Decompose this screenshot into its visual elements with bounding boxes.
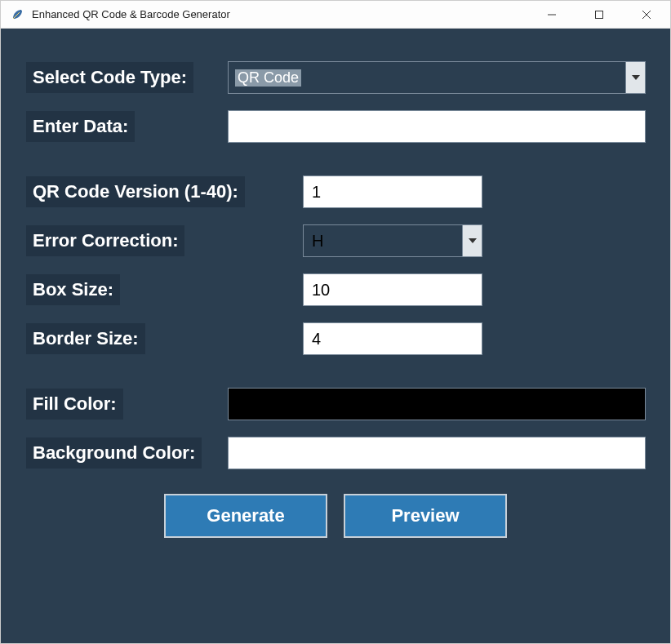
window-title: Enhanced QR Code & Barcode Generator (32, 8, 528, 20)
maximize-button[interactable] (575, 1, 623, 28)
app-window: Enhanced QR Code & Barcode Generator Sel… (0, 0, 671, 644)
label-border-size: Border Size: (25, 322, 146, 355)
row-code-type: Select Code Type: QR Code (25, 61, 646, 94)
label-error-correction: Error Correction: (25, 224, 185, 257)
label-enter-data: Enter Data: (25, 110, 136, 143)
button-row: Generate Preview (25, 494, 646, 538)
row-border-size: Border Size: (25, 322, 646, 355)
generate-button[interactable]: Generate (164, 494, 327, 538)
preview-button[interactable]: Preview (344, 494, 507, 538)
minimize-icon (548, 11, 556, 19)
titlebar: Enhanced QR Code & Barcode Generator (1, 1, 670, 29)
maximize-icon (595, 11, 603, 19)
row-background-color: Background Color: (25, 437, 646, 469)
row-box-size: Box Size: (25, 273, 646, 306)
close-icon (642, 11, 651, 19)
chevron-down-icon (625, 62, 645, 93)
fill-color-swatch[interactable] (228, 388, 646, 420)
code-type-dropdown[interactable]: QR Code (228, 61, 646, 94)
form-area: Select Code Type: QR Code Enter Data: QR… (1, 29, 670, 643)
background-color-swatch[interactable] (228, 437, 646, 469)
label-background-color: Background Color: (25, 437, 202, 469)
error-correction-dropdown[interactable]: H (303, 224, 482, 257)
window-controls (528, 1, 670, 28)
row-version: QR Code Version (1-40): (25, 175, 646, 208)
code-type-value: QR Code (229, 62, 625, 93)
feather-icon (11, 8, 24, 21)
row-data: Enter Data: (25, 110, 646, 143)
minimize-button[interactable] (528, 1, 575, 28)
row-error-correction: Error Correction: H (25, 224, 646, 257)
close-button[interactable] (623, 1, 670, 28)
chevron-down-icon (462, 225, 482, 256)
qr-version-input[interactable] (303, 175, 482, 208)
box-size-input[interactable] (303, 273, 482, 306)
label-qr-version: QR Code Version (1-40): (25, 175, 246, 208)
svg-rect-1 (596, 11, 603, 18)
label-fill-color: Fill Color: (25, 388, 124, 420)
error-correction-value: H (304, 225, 462, 256)
border-size-input[interactable] (303, 322, 482, 355)
label-code-type: Select Code Type: (25, 61, 194, 94)
label-box-size: Box Size: (25, 273, 121, 306)
data-input[interactable] (228, 110, 646, 143)
row-fill-color: Fill Color: (25, 388, 646, 420)
